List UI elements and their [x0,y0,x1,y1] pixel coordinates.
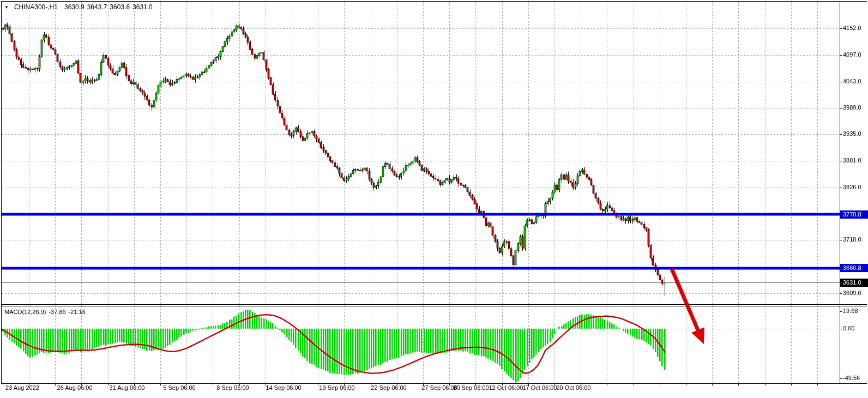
time-label: 17 Oct 06:00 [523,384,557,391]
price-tick-label: 4097.0 [843,51,861,58]
time-label: 31 Aug 06:00 [110,384,145,391]
macd-tick-label: -49.56 [843,375,860,381]
price-tick-label: 4152.0 [843,25,861,31]
macd-tick-label: 19.68 [843,307,858,314]
macd-tick-label: 0.00 [843,325,854,331]
time-label: 22 Sep 06:00 [371,384,406,391]
macd-value: -37.86 [49,309,65,315]
price-tick-label: 3881.0 [843,157,861,164]
hline-price-badge: 3770.8 [840,210,868,219]
time-label: 12 Oct 06:00 [489,384,523,391]
symbol-dropdown-icon: ▼ [4,4,9,11]
macd-indicator-label: MACD(12,26,9)-37.86-21.16 [4,308,88,316]
time-label: 23 Aug 2022 [5,384,39,391]
time-label: 14 Sep 06:00 [266,384,301,391]
price-tick-label: 3826.0 [843,184,861,190]
time-label: 26 Aug 06:00 [57,384,93,391]
time-label: 19 Sep 06:00 [319,384,354,391]
ohlc-values: 3630.93643.73603.63631.0 [64,3,155,11]
price-tick-label: 3609.0 [843,290,861,296]
time-label: 20 Oct 06:00 [557,384,591,391]
symbol-period-label: CHINA300-,H1 [14,3,58,11]
macd-signal-value: -21.16 [69,309,86,315]
time-label: 8 Sep 06:00 [216,384,249,391]
price-tick-label: 3935.0 [843,130,861,137]
close-value: 3631.0 [132,3,153,11]
hline-price-badge: 3660.8 [840,264,868,272]
chart-title: ▼ CHINA300-,H1 3630.93643.73603.63631.0 [4,3,155,11]
high-value: 3643.7 [87,3,107,11]
time-label: 27 Sep 06:00 [421,384,457,391]
low-value: 3603.6 [110,3,130,11]
last-price-badge: 3631.0 [840,279,868,287]
price-tick-label: 3718.0 [843,236,861,243]
price-chart-canvas[interactable] [0,0,868,398]
price-tick-label: 4043.0 [843,78,861,85]
time-label: 5 Sep 06:00 [163,384,195,391]
macd-name: MACD(12,26,9) [4,309,46,315]
open-value: 3630.9 [64,3,85,11]
price-tick-label: 3989.0 [843,104,861,111]
time-label: 30 Sep 06:00 [453,384,489,391]
chart-window: ▼ CHINA300-,H1 3630.93643.73603.63631.0 … [0,0,868,398]
